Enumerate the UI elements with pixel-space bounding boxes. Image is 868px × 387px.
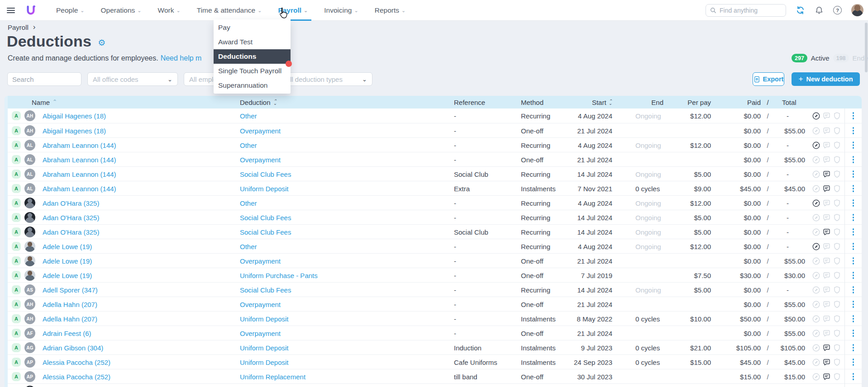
deduction-link[interactable]: Uniform Deposit bbox=[240, 359, 289, 366]
menu-item-superannuation[interactable]: Superannuation bbox=[214, 78, 291, 93]
kebab-menu-icon[interactable] bbox=[851, 357, 856, 368]
menu-item-award-test[interactable]: Award Test bbox=[214, 35, 291, 49]
shield-icon[interactable] bbox=[833, 344, 841, 352]
active-count-label[interactable]: Active bbox=[811, 54, 830, 62]
employee-name-link[interactable]: Adele Lowe (19) bbox=[43, 257, 92, 265]
employee-name-link[interactable]: Adele Lowe (19) bbox=[43, 243, 92, 250]
comment-icon[interactable] bbox=[822, 373, 831, 381]
edit-icon[interactable] bbox=[812, 199, 820, 208]
kebab-menu-icon[interactable] bbox=[851, 212, 856, 223]
nav-item-payroll[interactable]: Payroll⌄ bbox=[270, 0, 316, 21]
shield-icon[interactable] bbox=[833, 315, 841, 323]
comment-icon[interactable] bbox=[822, 228, 831, 236]
employee-name-link[interactable]: Alessia Pacocha (252) bbox=[43, 359, 110, 366]
employee-name-link[interactable]: Abigail Hagenes (18) bbox=[43, 127, 106, 135]
kebab-menu-icon[interactable] bbox=[851, 169, 856, 179]
shield-icon[interactable] bbox=[833, 228, 841, 236]
employee-name-link[interactable]: Adrain Feest (6) bbox=[43, 330, 91, 337]
edit-icon[interactable] bbox=[812, 300, 820, 309]
employee-name-link[interactable]: Adell Sporer (347) bbox=[43, 286, 98, 294]
employee-name-link[interactable]: Adele Lowe (19) bbox=[43, 272, 92, 279]
edit-icon[interactable] bbox=[812, 228, 820, 236]
comment-icon[interactable] bbox=[822, 315, 831, 323]
shield-icon[interactable] bbox=[833, 300, 841, 309]
deduction-link[interactable]: Uniform Deposit bbox=[240, 344, 289, 352]
comment-icon[interactable] bbox=[822, 213, 831, 222]
column-header-start[interactable]: Start ⌃⌄ bbox=[564, 99, 612, 106]
export-button[interactable]: Export bbox=[753, 72, 784, 86]
kebab-menu-icon[interactable] bbox=[851, 227, 856, 237]
employee-name-link[interactable]: Adella Hahn (207) bbox=[43, 315, 97, 323]
kebab-menu-icon[interactable] bbox=[851, 110, 856, 121]
kebab-menu-icon[interactable] bbox=[851, 154, 856, 165]
comment-icon[interactable] bbox=[822, 344, 831, 352]
edit-icon[interactable] bbox=[812, 213, 820, 222]
comment-icon[interactable] bbox=[822, 257, 831, 265]
employee-name-link[interactable]: Abraham Leannon (144) bbox=[43, 156, 116, 164]
kebab-menu-icon[interactable] bbox=[851, 198, 856, 208]
column-header-name[interactable]: Name ⌃ bbox=[5, 99, 235, 106]
office-codes-select[interactable]: All office codes ⌄ bbox=[87, 72, 178, 86]
kebab-menu-icon[interactable] bbox=[851, 328, 856, 339]
deduction-types-select[interactable]: All deduction types ⌄ bbox=[280, 72, 372, 86]
comment-icon[interactable] bbox=[822, 242, 831, 251]
shield-icon[interactable] bbox=[833, 286, 841, 294]
nav-item-work[interactable]: Work⌄ bbox=[150, 0, 189, 21]
deduction-link[interactable]: Social Club Fees bbox=[240, 214, 291, 222]
nav-item-time-attendance[interactable]: Time & attendance⌄ bbox=[189, 0, 270, 21]
shield-icon[interactable] bbox=[833, 213, 841, 222]
comment-icon[interactable] bbox=[822, 199, 831, 208]
nav-item-invoicing[interactable]: Invoicing⌄ bbox=[316, 0, 366, 21]
edit-icon[interactable] bbox=[812, 127, 820, 135]
deduction-link[interactable]: Social Club Fees bbox=[240, 228, 291, 236]
comment-icon[interactable] bbox=[822, 271, 831, 280]
shield-icon[interactable] bbox=[833, 170, 841, 179]
menu-item-pay[interactable]: Pay bbox=[214, 20, 291, 35]
breadcrumb-payroll[interactable]: Payroll bbox=[8, 24, 29, 31]
menu-item-deductions[interactable]: Deductions bbox=[214, 49, 291, 64]
comment-icon[interactable] bbox=[822, 329, 831, 338]
sync-icon[interactable] bbox=[796, 5, 805, 15]
comment-icon[interactable] bbox=[822, 300, 831, 309]
employee-name-link[interactable]: Abraham Leannon (144) bbox=[43, 142, 116, 149]
edit-icon[interactable] bbox=[812, 184, 820, 193]
edit-icon[interactable] bbox=[812, 112, 820, 120]
deduction-link[interactable]: Uniform Deposit bbox=[240, 315, 289, 323]
kebab-menu-icon[interactable] bbox=[851, 183, 856, 194]
edit-icon[interactable] bbox=[812, 271, 820, 280]
edit-icon[interactable] bbox=[812, 286, 820, 294]
comment-icon[interactable] bbox=[822, 184, 831, 193]
shield-icon[interactable] bbox=[833, 358, 841, 367]
deduction-link[interactable]: Other bbox=[240, 199, 257, 207]
shield-icon[interactable] bbox=[833, 373, 841, 381]
shield-icon[interactable] bbox=[833, 112, 841, 120]
deduction-link[interactable]: Social Club Fees bbox=[240, 170, 291, 178]
kebab-menu-icon[interactable] bbox=[851, 313, 856, 324]
deduction-link[interactable]: Uniform Deposit bbox=[240, 185, 289, 193]
kebab-menu-icon[interactable] bbox=[851, 255, 856, 266]
edit-icon[interactable] bbox=[812, 141, 820, 150]
edit-icon[interactable] bbox=[812, 358, 820, 367]
page-scrollbar[interactable] bbox=[865, 23, 868, 72]
comment-icon[interactable] bbox=[822, 170, 831, 179]
shield-icon[interactable] bbox=[833, 257, 841, 265]
nav-item-people[interactable]: People⌄ bbox=[48, 0, 92, 21]
deduction-link[interactable]: Overpayment bbox=[240, 156, 281, 164]
employee-name-link[interactable]: Adan O'Hara (325) bbox=[43, 228, 99, 236]
need-help-link[interactable]: Need help m bbox=[161, 54, 202, 62]
edit-icon[interactable] bbox=[812, 242, 820, 251]
comment-icon[interactable] bbox=[822, 358, 831, 367]
kebab-menu-icon[interactable] bbox=[851, 140, 856, 151]
edit-icon[interactable] bbox=[812, 257, 820, 265]
deduction-link[interactable]: Other bbox=[240, 112, 257, 120]
comment-icon[interactable] bbox=[822, 156, 831, 164]
employee-name-link[interactable]: Abraham Leannon (144) bbox=[43, 170, 116, 178]
menu-item-single-touch-payroll[interactable]: Single Touch Payroll bbox=[214, 64, 291, 78]
shield-icon[interactable] bbox=[833, 199, 841, 208]
column-header-deduction[interactable]: Deduction ⌃⌄ bbox=[235, 99, 449, 106]
shield-icon[interactable] bbox=[833, 184, 841, 193]
nav-item-reports[interactable]: Reports⌄ bbox=[367, 0, 414, 21]
kebab-menu-icon[interactable] bbox=[851, 241, 856, 252]
shield-icon[interactable] bbox=[833, 271, 841, 280]
nav-item-operations[interactable]: Operations⌄ bbox=[92, 0, 149, 21]
